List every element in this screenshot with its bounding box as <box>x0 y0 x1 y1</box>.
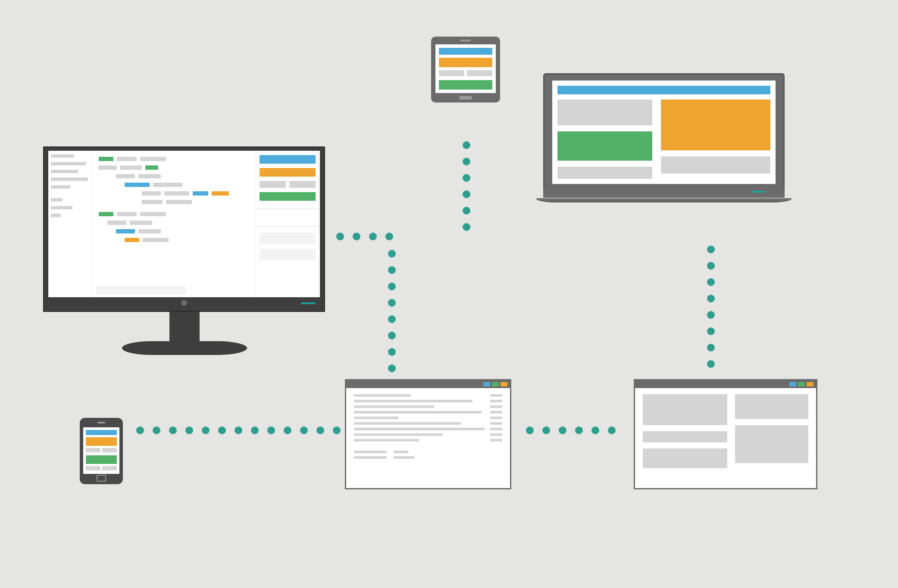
indicator-led <box>301 302 316 304</box>
window-button-max-icon <box>798 382 805 386</box>
connector-center-down <box>388 250 396 372</box>
ide-preview-pane <box>255 151 320 205</box>
layout-header-bar <box>557 86 770 94</box>
window-button-min-icon <box>789 382 796 386</box>
desktop-monitor <box>43 146 325 355</box>
ide-window <box>48 151 320 297</box>
window-titlebar <box>346 380 510 388</box>
indicator-led <box>752 191 765 193</box>
ide-property-field <box>260 249 316 260</box>
connector-tablet-down <box>463 141 470 231</box>
tablet-device <box>431 37 500 103</box>
ide-file-tree <box>48 151 93 297</box>
terminal-window <box>345 379 511 489</box>
browser-window <box>634 379 817 489</box>
home-button-icon <box>97 475 106 482</box>
laptop-device <box>543 73 785 203</box>
browser-body <box>635 388 816 474</box>
window-button-close-icon <box>807 382 814 386</box>
connector-desktop-right <box>336 233 393 240</box>
ide-property-field <box>260 233 316 244</box>
window-button-max-icon <box>492 382 499 386</box>
home-button-icon <box>459 96 472 100</box>
monitor-bezel <box>43 146 325 312</box>
terminal-body <box>346 388 510 468</box>
ide-side-panel <box>255 151 320 297</box>
laptop-screen <box>552 81 776 184</box>
ide-code-editor <box>93 151 255 297</box>
connector-terminal-browser <box>526 426 616 434</box>
diagram-canvas <box>0 0 898 588</box>
window-button-min-icon <box>483 382 490 386</box>
connector-phone-right <box>136 426 341 434</box>
connector-laptop-down <box>707 246 715 368</box>
power-button-icon <box>181 300 187 306</box>
phone-screen <box>83 427 119 474</box>
speaker-icon <box>97 422 105 423</box>
window-button-close-icon <box>501 382 507 386</box>
tablet-screen <box>435 44 496 93</box>
smartphone-device <box>80 418 123 484</box>
window-titlebar <box>635 380 816 388</box>
ide-status-bar <box>96 286 186 295</box>
speaker-icon <box>460 40 471 41</box>
